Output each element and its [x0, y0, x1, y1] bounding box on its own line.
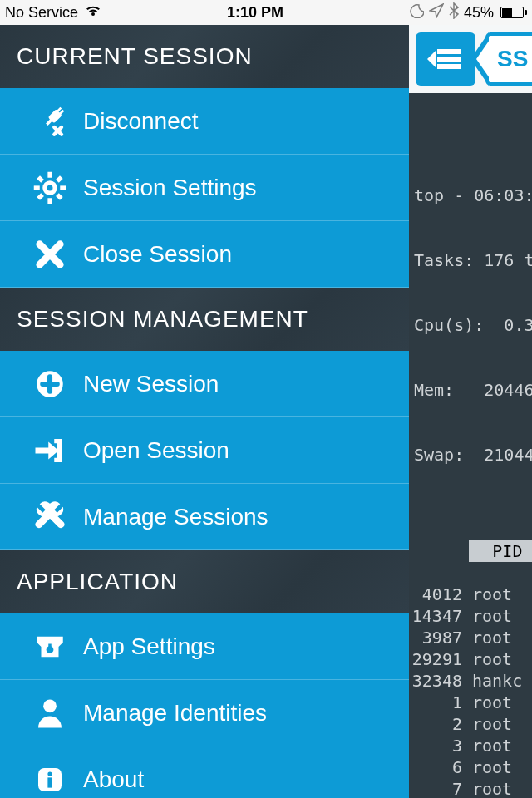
terminal-row: 3987root — [409, 627, 532, 648]
menu-item-disconnect[interactable]: Disconnect — [0, 88, 409, 155]
svg-rect-11 — [37, 193, 44, 200]
menu-label: Manage Sessions — [83, 504, 268, 530]
carrier-text: No Service — [5, 4, 78, 22]
terminal-output[interactable]: top - 06:03:4 Tasks: 176 to Cpu(s): 0.3%… — [409, 93, 532, 798]
menu-label: App Settings — [83, 633, 215, 660]
terminal-row: 4012root — [409, 584, 532, 605]
svg-rect-4 — [47, 171, 52, 177]
svg-rect-8 — [37, 175, 44, 183]
terminal-pane: SS top - 06:03:4 Tasks: 176 to Cpu(s): 0… — [409, 25, 532, 798]
session-tab-label: SS — [497, 46, 528, 72]
terminal-row: 2root — [409, 713, 532, 735]
terminal-row: 7root — [409, 778, 532, 798]
menu-item-app-settings[interactable]: App Settings — [0, 613, 409, 680]
menu-label: Close Session — [83, 241, 232, 268]
terminal-row: 3root — [409, 735, 532, 756]
section-header-current-session: CURRENT SESSION — [0, 25, 409, 88]
svg-rect-14 — [48, 643, 52, 647]
terminal-header: top - 06:03:4 Tasks: 176 to Cpu(s): 0.3%… — [409, 141, 532, 509]
svg-point-17 — [47, 771, 52, 776]
terminal-row: 14347root — [409, 605, 532, 627]
location-icon — [429, 3, 444, 22]
menu-label: About — [83, 766, 144, 793]
terminal-column-header: PID USER — [469, 540, 532, 562]
menu-label: Session Settings — [83, 175, 257, 201]
svg-rect-10 — [56, 175, 63, 183]
menu-label: Open Session — [83, 437, 229, 464]
app-gear-icon — [17, 629, 83, 664]
svg-point-13 — [47, 646, 54, 653]
section-header-application: APPLICATION — [0, 550, 409, 613]
menu-item-session-settings[interactable]: Session Settings — [0, 155, 409, 221]
toolbar: SS — [409, 25, 532, 93]
plus-circle-icon — [17, 367, 83, 401]
battery-icon — [499, 7, 527, 18]
menu-item-close-session[interactable]: Close Session — [0, 221, 409, 288]
menu-item-about[interactable]: About — [0, 746, 409, 798]
dnd-moon-icon — [409, 3, 424, 22]
menu-item-open-session[interactable]: Open Session — [0, 417, 409, 484]
gear-icon — [17, 170, 83, 205]
menu-label: Disconnect — [83, 108, 199, 135]
svg-rect-18 — [47, 777, 52, 787]
menu-label: Manage Identities — [83, 700, 267, 727]
section-header-session-management: SESSION MANAGEMENT — [0, 288, 409, 351]
svg-rect-7 — [60, 185, 66, 190]
terminal-rows: 4012root14347root3987root29291root32348h… — [409, 584, 532, 798]
terminal-row: 6root — [409, 756, 532, 778]
terminal-row: 29291root — [409, 648, 532, 670]
battery-percent: 45% — [464, 4, 494, 22]
info-icon — [17, 762, 83, 797]
wrench-icon — [17, 500, 83, 534]
bluetooth-icon — [449, 2, 459, 23]
menu-item-new-session[interactable]: New Session — [0, 351, 409, 417]
svg-rect-9 — [56, 193, 63, 200]
svg-rect-6 — [34, 185, 40, 190]
menu-toggle-button[interactable] — [416, 32, 475, 86]
x-icon — [17, 237, 83, 272]
status-bar: No Service 1:10 PM 45% — [0, 0, 532, 25]
svg-point-15 — [43, 699, 57, 712]
sidebar: CURRENT SESSION Disconnect Session Setti… — [0, 25, 409, 798]
svg-rect-5 — [47, 198, 52, 204]
plug-x-icon — [17, 104, 83, 139]
clock: 1:10 PM — [101, 4, 409, 22]
person-icon — [17, 696, 83, 731]
menu-item-manage-sessions[interactable]: Manage Sessions — [0, 484, 409, 550]
arrow-in-icon — [17, 433, 83, 468]
menu-item-manage-identities[interactable]: Manage Identities — [0, 680, 409, 746]
terminal-row: 1root — [409, 692, 532, 713]
svg-rect-3 — [46, 118, 53, 126]
terminal-row: 32348hankc — [409, 670, 532, 692]
wifi-icon — [85, 4, 101, 22]
session-tab[interactable]: SS — [485, 32, 532, 86]
menu-label: New Session — [83, 371, 219, 397]
